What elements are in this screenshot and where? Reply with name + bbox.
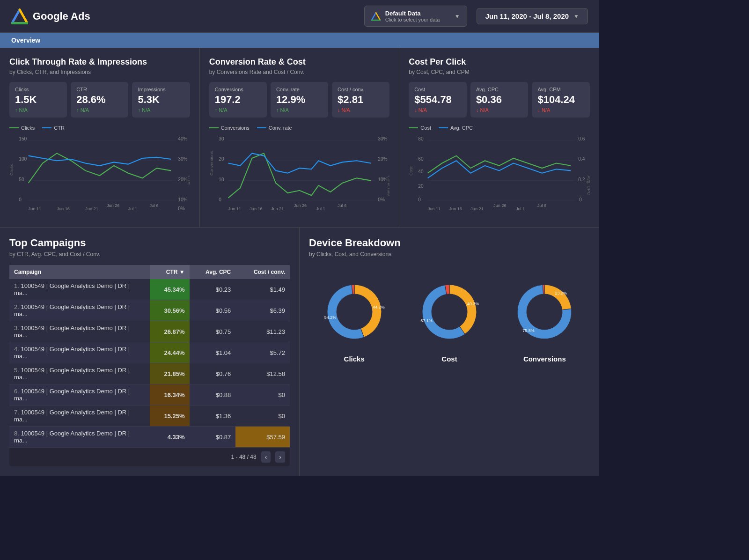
svg-line-5: [372, 13, 376, 20]
campaign-costconv-cell: $12.58: [235, 363, 290, 384]
svg-text:Avg. CPC: Avg. CPC: [587, 176, 590, 195]
logo-area: Google Ads: [11, 8, 90, 25]
svg-text:Jun 11: Jun 11: [428, 206, 441, 211]
svg-text:0.6: 0.6: [579, 136, 585, 141]
svg-text:Conversions: Conversions: [209, 151, 214, 176]
svg-text:150: 150: [19, 136, 27, 141]
campaign-num-cell: 5. 1000549 | Google Analytics Demo | DR …: [9, 363, 150, 384]
svg-text:10%: 10%: [378, 177, 387, 182]
svg-text:Jul 1: Jul 1: [128, 206, 137, 211]
date-chevron-icon: ▼: [573, 13, 579, 20]
svg-text:44.2%: 44.2%: [373, 305, 385, 309]
panel-1-subtitle: by Clicks, CTR, and Impressions: [9, 69, 190, 75]
col-cost-conv[interactable]: Cost / conv.: [235, 265, 290, 279]
campaign-ctr-cell: 26.87%: [150, 321, 190, 342]
panel-3-legend: Cost Avg. CPC: [409, 125, 590, 131]
svg-text:Jul 1: Jul 1: [516, 206, 525, 211]
svg-line-2: [12, 9, 20, 23]
campaign-costconv-cell: $0: [235, 405, 290, 427]
top-campaigns-section: Top Campaigns by CTR, Avg. CPC, and Cost…: [0, 228, 300, 476]
svg-text:54.2%: 54.2%: [324, 315, 336, 320]
panel-2-chart: 30 20 10 0 30% 20% 10% 0% Conversions Co…: [209, 133, 390, 218]
svg-text:CTR: CTR: [187, 176, 190, 185]
google-ads-logo: [11, 8, 28, 25]
panel-1-metrics: Clicks 1.5K ↑N/A CTR 28.6% ↑N/A Impressi…: [9, 82, 190, 118]
next-page-button[interactable]: ›: [275, 451, 285, 463]
campaign-cpc-cell: $0.76: [190, 363, 236, 384]
donut-chart-clicks: 44.2%54.2% Clicks: [317, 274, 392, 363]
device-breakdown-section: Device Breakdown by Clicks, Cost, and Co…: [300, 228, 599, 476]
chevron-down-icon: ▼: [455, 13, 460, 20]
campaign-num-cell: 3. 1000549 | Google Analytics Demo | DR …: [9, 321, 150, 342]
table-row: 8. 1000549 | Google Analytics Demo | DR …: [9, 427, 290, 448]
svg-text:40: 40: [419, 169, 424, 174]
campaign-costconv-cell: $0: [235, 384, 290, 405]
conv-rate-metric: Conv. rate 12.9% ↑N/A: [271, 82, 328, 118]
campaign-cpc-cell: $0.87: [190, 427, 236, 448]
data-source-selector[interactable]: Default Data Click to select your data ▼: [364, 6, 467, 27]
svg-text:40.3%: 40.3%: [467, 302, 479, 307]
svg-text:0: 0: [580, 197, 582, 202]
svg-text:10%: 10%: [178, 197, 187, 202]
campaign-costconv-cell: $5.72: [235, 342, 290, 363]
svg-text:0: 0: [19, 197, 22, 202]
svg-text:0: 0: [419, 197, 421, 202]
svg-text:Jun 26: Jun 26: [493, 203, 506, 208]
ctr-change: ↑N/A: [76, 107, 123, 113]
avg-cpm-metric: Avg. CPM $104.24 ↓N/A: [532, 82, 590, 118]
svg-text:0: 0: [219, 197, 221, 202]
svg-text:20: 20: [419, 184, 424, 189]
col-ctr[interactable]: CTR ▼: [150, 265, 190, 279]
col-campaign: Campaign: [9, 265, 150, 279]
table-row: 5. 1000549 | Google Analytics Demo | DR …: [9, 363, 290, 384]
campaign-cpc-cell: $0.88: [190, 384, 236, 405]
svg-text:Conv. rate: Conv. rate: [386, 176, 389, 196]
date-range-selector[interactable]: Jun 11, 2020 - Jul 8, 2020 ▼: [477, 8, 588, 24]
table-row: 2. 1000549 | Google Analytics Demo | DR …: [9, 300, 290, 321]
impressions-change: ↑N/A: [138, 107, 184, 113]
panel-ctr-impressions: Click Through Rate & Impressions by Clic…: [0, 48, 200, 227]
svg-text:Jun 16: Jun 16: [57, 206, 69, 211]
svg-text:Jul 6: Jul 6: [338, 203, 346, 208]
date-range-text: Jun 11, 2020 - Jul 8, 2020: [485, 12, 569, 20]
campaign-num-cell: 6. 1000549 | Google Analytics Demo | DR …: [9, 384, 150, 405]
svg-text:60: 60: [419, 156, 424, 162]
svg-text:10: 10: [219, 177, 224, 182]
campaign-ctr-cell: 30.56%: [150, 300, 190, 321]
panel-2-title: Conversion Rate & Cost: [209, 57, 390, 67]
donut-label-conversions: Conversions: [523, 355, 566, 363]
avg-cpc-metric: Avg. CPC $0.36 ↓N/A: [470, 82, 529, 118]
svg-text:Jun 21: Jun 21: [471, 206, 484, 211]
panel-3-title: Cost Per Click: [409, 57, 590, 67]
panel-conv-rate: Conversion Rate & Cost by Conversions Ra…: [200, 48, 400, 227]
svg-text:Jun 16: Jun 16: [449, 206, 462, 211]
svg-text:Jul 6: Jul 6: [537, 203, 546, 208]
svg-text:Jul 1: Jul 1: [316, 206, 325, 211]
header: Google Ads Default Data Click to select …: [0, 0, 599, 33]
panel-1-title: Click Through Rate & Impressions: [9, 57, 190, 67]
campaigns-table: Campaign CTR ▼ Avg. CPC Cost / conv. 1. …: [9, 265, 290, 448]
campaign-costconv-cell: $11.23: [235, 321, 290, 342]
pagination-text: 1 - 48 / 48: [231, 454, 257, 460]
campaign-ctr-cell: 16.34%: [150, 384, 190, 405]
top-panels: Click Through Rate & Impressions by Clic…: [0, 48, 599, 228]
svg-text:80: 80: [419, 136, 424, 141]
svg-text:0.4: 0.4: [579, 156, 585, 162]
svg-text:0.2: 0.2: [579, 177, 585, 182]
svg-text:50: 50: [19, 177, 24, 182]
table-row: 4. 1000549 | Google Analytics Demo | DR …: [9, 342, 290, 363]
cost-metric: Cost $554.78 ↓N/A: [409, 82, 467, 118]
svg-text:Jun 21: Jun 21: [271, 206, 284, 211]
bottom-section: Top Campaigns by CTR, Avg. CPC, and Cost…: [0, 228, 599, 476]
col-avg-cpc[interactable]: Avg. CPC: [190, 265, 236, 279]
panel-cost-per-click: Cost Per Click by Cost, CPC, and CPM Cos…: [399, 48, 599, 227]
app-title: Google Ads: [33, 10, 90, 22]
campaign-ctr-cell: 45.34%: [150, 279, 190, 300]
campaign-costconv-cell: $57.59: [235, 427, 290, 448]
clicks-metric: Clicks 1.5K ↑N/A: [9, 82, 67, 118]
svg-text:20%: 20%: [178, 177, 187, 182]
prev-page-button[interactable]: ‹: [261, 451, 271, 463]
campaigns-title: Top Campaigns: [9, 237, 290, 249]
svg-text:30%: 30%: [378, 136, 387, 141]
svg-text:Jul 6: Jul 6: [149, 203, 158, 208]
